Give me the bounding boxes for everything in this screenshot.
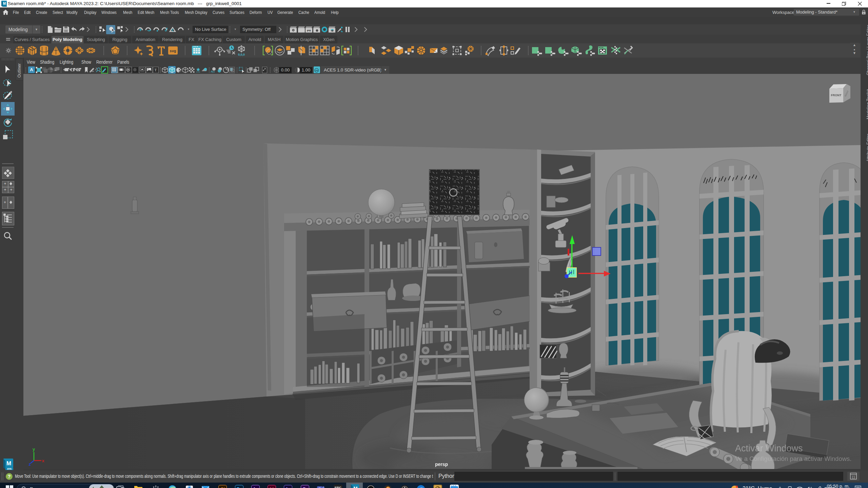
svg-text:y: y [33,447,35,452]
svg-text:M: M [6,460,11,467]
svg-text:0,0,0: 0,0,0 [238,53,245,56]
svg-text:ON: ON [315,69,318,72]
svg-text:M: M [353,486,357,488]
svg-text:z: z [28,462,31,467]
svg-text:svg: svg [170,49,176,53]
svg-text:IPR: IPR [307,29,311,32]
svg-text:{;}: {;} [852,475,855,479]
svg-text:FRONT: FRONT [831,94,842,97]
svg-text:x: x [42,458,45,463]
svg-text:Activar Windows: Activar Windows [735,443,803,453]
svg-text:?: ? [8,474,11,479]
svg-text:M: M [3,2,6,5]
svg-text:AYA: AYA [7,468,12,470]
svg-text:U: U [369,487,372,488]
svg-text:Ve a Configuración para activa: Ve a Configuración para activar Windows. [735,455,851,462]
svg-text:persp: persp [435,462,448,467]
svg-text:T: T [155,68,157,72]
